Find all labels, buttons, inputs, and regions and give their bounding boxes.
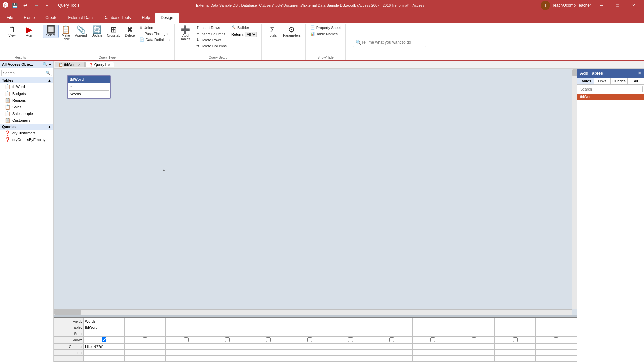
quick-access-save[interactable]: 💾	[10, 1, 19, 10]
grid-cell-empty-10[interactable]	[494, 356, 536, 362]
nav-item-customers[interactable]: 📋 Customers	[0, 117, 53, 124]
show-checkbox-7[interactable]	[389, 337, 394, 342]
union-button[interactable]: ⊎ Union	[138, 25, 172, 31]
grid-cell-sort-4[interactable]	[248, 330, 289, 337]
grid-cell-criteria-8[interactable]	[412, 344, 453, 350]
grid-cell-show-9[interactable]	[453, 337, 495, 344]
minimize-button[interactable]: ─	[594, 0, 609, 11]
tab-external-data[interactable]: External Data	[63, 13, 98, 23]
query-design-area[interactable]: tblWord * Words +	[54, 69, 577, 315]
show-checkbox-9[interactable]	[472, 337, 476, 342]
tables-section-header[interactable]: Tables ▲	[0, 77, 53, 83]
grid-cell-criteria-0[interactable]: Like 'N??d'	[84, 344, 125, 350]
tab-home[interactable]: Home	[18, 13, 40, 23]
grid-cell-table-7[interactable]	[371, 324, 413, 330]
doc-tab-query1[interactable]: ❓ Query1 ✕	[85, 62, 114, 67]
grid-cell-criteria-7[interactable]	[371, 344, 413, 350]
grid-cell-table-10[interactable]	[494, 324, 536, 330]
crosstab-button[interactable]: ⊞ Crosstab	[105, 25, 122, 39]
grid-cell-field-2[interactable]	[166, 318, 207, 324]
grid-cell-show-11[interactable]	[536, 337, 577, 344]
grid-cell-or-7[interactable]	[371, 350, 413, 356]
grid-cell-sort-7[interactable]	[371, 330, 413, 337]
doc-tab-query1-close[interactable]: ✕	[108, 63, 110, 67]
delete-columns-button[interactable]: ➡ Delete Columns	[194, 43, 229, 49]
grid-cell-or-9[interactable]	[453, 350, 495, 356]
grid-cell-field-4[interactable]	[248, 318, 289, 324]
queries-section-header[interactable]: Queries ▲	[0, 124, 53, 130]
run-button[interactable]: ▶ Run	[21, 25, 37, 39]
delete-button[interactable]: ✖ Delete	[123, 25, 137, 39]
insert-rows-button[interactable]: ⬆ Insert Rows	[194, 25, 229, 31]
nav-item-regions[interactable]: 📋 Regions	[0, 97, 53, 104]
grid-cell-or-4[interactable]	[248, 350, 289, 356]
table-box-field-words[interactable]: Words	[69, 91, 109, 97]
show-checkbox-11[interactable]	[554, 337, 558, 342]
pass-through-button[interactable]: → Pass-Through	[138, 31, 172, 36]
grid-cell-show-10[interactable]	[494, 337, 536, 344]
grid-cell-criteria-3[interactable]	[207, 344, 248, 350]
grid-cell-table-2[interactable]	[166, 324, 207, 330]
grid-cell-sort-5[interactable]	[289, 330, 330, 337]
ribbon-search-input[interactable]	[361, 40, 423, 45]
grid-cell-criteria-11[interactable]	[536, 344, 577, 350]
grid-cell-table-1[interactable]	[124, 324, 166, 330]
add-tab-links[interactable]: Links	[594, 78, 611, 84]
grid-cell-empty-7[interactable]	[371, 356, 413, 362]
add-tab-all[interactable]: All	[628, 78, 644, 84]
grid-cell-field-6[interactable]	[330, 318, 371, 324]
grid-cell-criteria-10[interactable]	[494, 344, 536, 350]
show-checkbox-2[interactable]	[184, 337, 189, 342]
grid-cell-sort-1[interactable]	[124, 330, 166, 337]
append-button[interactable]: 📎 Append	[73, 25, 89, 39]
grid-cell-sort-6[interactable]	[330, 330, 371, 337]
grid-cell-or-6[interactable]	[330, 350, 371, 356]
return-select[interactable]: All	[245, 32, 257, 37]
update-button[interactable]: 🔄 Update	[89, 25, 104, 39]
grid-cell-field-8[interactable]	[412, 318, 453, 324]
tab-file[interactable]: File	[1, 13, 18, 23]
show-checkbox-6[interactable]	[348, 337, 353, 342]
tab-database-tools[interactable]: Database Tools	[98, 13, 137, 23]
grid-cell-sort-10[interactable]	[494, 330, 536, 337]
grid-cell-field-10[interactable]	[494, 318, 536, 324]
quick-access-undo[interactable]: ↩	[21, 1, 30, 10]
grid-drag-handle[interactable]: · · · · · · · ·	[54, 315, 577, 317]
grid-cell-field-0[interactable]: Words	[84, 318, 125, 324]
grid-cell-show-0[interactable]	[84, 337, 125, 344]
nav-item-qryordersbyemployees[interactable]: ❓ qryOrdersByEmployees	[0, 136, 53, 143]
grid-cell-criteria-6[interactable]	[330, 344, 371, 350]
nav-search-box[interactable]: 🔍	[1, 70, 52, 76]
v-scrollbar-thumb[interactable]	[572, 69, 577, 76]
grid-cell-table-11[interactable]	[536, 324, 577, 330]
show-checkbox-5[interactable]	[307, 337, 312, 342]
nav-item-budgets[interactable]: 📋 Budgets	[0, 90, 53, 97]
show-checkbox-0[interactable]	[102, 337, 106, 342]
add-tables-list-item-tblword[interactable]: tblWord	[577, 94, 644, 100]
grid-cell-show-5[interactable]	[289, 337, 330, 344]
grid-cell-empty-2[interactable]	[166, 356, 207, 362]
maximize-button[interactable]: □	[610, 0, 625, 11]
add-tab-queries[interactable]: Queries	[611, 78, 628, 84]
view-button[interactable]: 🗒 View	[4, 25, 20, 39]
grid-cell-empty-5[interactable]	[289, 356, 330, 362]
totals-button[interactable]: Σ Totals	[264, 25, 280, 39]
delete-rows-button[interactable]: ⬇ Delete Rows	[194, 37, 229, 43]
grid-cell-table-8[interactable]	[412, 324, 453, 330]
grid-cell-table-6[interactable]	[330, 324, 371, 330]
tblword-table-box[interactable]: tblWord * Words	[67, 75, 111, 99]
add-tables-button[interactable]: ➕ AddTables	[177, 25, 194, 42]
grid-cell-table-0[interactable]: tblWord	[84, 324, 125, 330]
grid-cell-sort-3[interactable]	[207, 330, 248, 337]
h-scrollbar-thumb[interactable]	[54, 310, 81, 315]
tab-help[interactable]: Help	[137, 13, 156, 23]
add-tables-close-btn[interactable]: ✕	[638, 71, 641, 76]
insert-columns-button[interactable]: ⬅ Insert Columns	[194, 31, 229, 37]
data-definition-button[interactable]: 📄 Data Definition	[138, 37, 172, 42]
quick-access-redo[interactable]: ↪	[32, 1, 41, 10]
h-scrollbar[interactable]	[54, 309, 572, 315]
nav-search-input[interactable]	[3, 71, 46, 75]
grid-cell-field-9[interactable]	[453, 318, 495, 324]
v-scrollbar[interactable]	[572, 69, 577, 309]
grid-cell-criteria-2[interactable]	[166, 344, 207, 350]
